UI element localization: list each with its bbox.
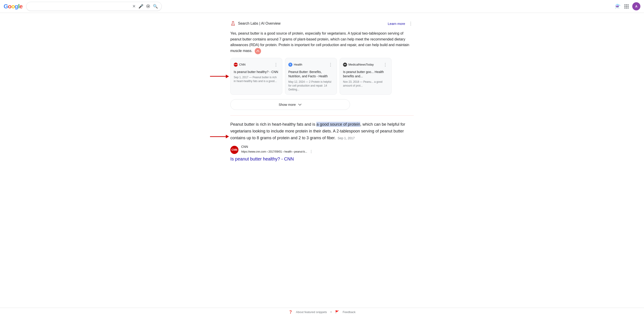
overflow-menu-icon[interactable]: ⋮ <box>408 20 414 27</box>
source-card-header-health: h Health ⋮ <box>288 61 334 68</box>
header: Google is peanut butter a good source of… <box>0 0 644 13</box>
snippet-section: Peanut butter is rich in heart-healthy f… <box>230 121 414 162</box>
mnt-card-snippet: Nov 23, 2018 — Peanu... a good amount of… <box>343 80 388 88</box>
card-menu-icon-mnt[interactable]: ⋮ <box>382 61 388 68</box>
source-result-info: CNN https://www.cnn.com › 2017/09/01 › h… <box>241 145 414 155</box>
cnn-card-title: Is peanut butter healthy? - CNN <box>234 70 279 74</box>
result-menu-icon[interactable]: ⋮ <box>308 149 314 155</box>
source-card-mnt[interactable]: MN MedicalNewsToday ⋮ Is peanut butter g… <box>340 58 392 95</box>
labs-icon[interactable]: ⚗️ <box>615 4 621 9</box>
snippet-date: Sep 1, 2017 <box>338 136 355 140</box>
flask-icon <box>230 21 236 26</box>
health-card-snippet: May 12, 2024 — 2 Protein is helpful for … <box>288 80 334 91</box>
arrow-line-2 <box>210 136 226 137</box>
snippet-highlighted-text: a good source of protein <box>316 122 360 127</box>
snippet-text-before: Peanut butter is rich in heart-healthy f… <box>230 122 316 127</box>
mnt-logo: MN MedicalNewsToday <box>343 63 374 67</box>
cnn-logo: CNN CNN <box>234 63 246 67</box>
mnt-icon: MN <box>343 63 347 67</box>
ai-overview-actions: Learn more ⋮ <box>388 20 414 27</box>
mnt-card-title: Is peanut butter goo... Health benefits … <box>343 70 388 79</box>
learn-more-link[interactable]: Learn more <box>388 22 405 26</box>
source-card-header-mnt: MN MedicalNewsToday ⋮ <box>343 61 388 68</box>
search-icons: ✕ 🎤 ⦿ 🔍 <box>132 4 158 9</box>
card-menu-icon-cnn[interactable]: ⋮ <box>273 61 279 68</box>
source-card-health[interactable]: h Health ⋮ Peanut Butter: Benefits, Nutr… <box>285 58 337 95</box>
search-bar: is peanut butter a good source of protei… <box>26 2 162 11</box>
section-divider <box>230 115 414 116</box>
red-arrow-annotation-2 <box>210 135 229 138</box>
header-right: ⚗️ A <box>615 2 640 11</box>
red-arrow-annotation <box>210 75 229 78</box>
show-more-button[interactable]: Show more <box>230 99 350 110</box>
lens-icon[interactable]: ⦿ <box>146 4 150 9</box>
show-more-label: Show more <box>279 103 296 107</box>
source-cards-row: CNN CNN ⋮ Is peanut butter healthy? - CN… <box>230 58 414 95</box>
source-result-row: CNN CNN https://www.cnn.com › 2017/09/01… <box>230 145 414 155</box>
source-result-url: https://www.cnn.com › 2017/09/01 › healt… <box>241 149 414 155</box>
google-logo[interactable]: Google <box>4 3 22 10</box>
health-name: Health <box>294 63 302 66</box>
ai-overview-section: Search Labs | AI Overview Learn more ⋮ Y… <box>230 20 414 116</box>
card-menu-icon-health[interactable]: ⋮ <box>328 61 334 68</box>
collapse-button[interactable] <box>255 48 261 54</box>
chevron-down-icon <box>298 103 302 107</box>
cnn-name: CNN <box>239 63 246 66</box>
labs-title-text: Search Labs | AI Overview <box>238 22 280 26</box>
source-cards-wrapper: CNN CNN ⋮ Is peanut butter healthy? - CN… <box>230 58 414 95</box>
mnt-name: MedicalNewsToday <box>348 63 374 66</box>
health-card-title: Peanut Butter: Benefits, Nutrition, and … <box>288 70 334 79</box>
snippet-body: Peanut butter is rich in heart-healthy f… <box>230 121 414 141</box>
source-result-name: CNN <box>241 145 414 149</box>
search-input[interactable]: is peanut butter a good source of protei… <box>30 4 130 8</box>
health-logo: h Health <box>288 63 302 67</box>
arrow-head-2 <box>226 135 229 138</box>
cnn-icon: CNN <box>234 63 238 67</box>
search-icon[interactable]: 🔍 <box>153 4 158 9</box>
ai-overview-title: Search Labs | AI Overview <box>230 21 280 26</box>
user-avatar[interactable]: A <box>632 2 640 11</box>
svg-point-0 <box>232 24 232 25</box>
health-icon: h <box>288 63 292 67</box>
arrow-head <box>226 75 229 78</box>
source-card-header-cnn: CNN CNN ⋮ <box>234 61 279 68</box>
cnn-result-icon: CNN <box>230 146 238 154</box>
ai-overview-header: Search Labs | AI Overview Learn more ⋮ <box>230 20 414 27</box>
cnn-card-snippet: Sep 1, 2017 — Peanut butter is rich in h… <box>234 76 279 83</box>
svg-point-1 <box>233 25 234 25</box>
ai-overview-body: Yes, peanut butter is a good source of p… <box>230 31 414 54</box>
main-content: Search Labs | AI Overview Learn more ⋮ Y… <box>225 13 419 165</box>
clear-icon[interactable]: ✕ <box>132 4 136 9</box>
source-url-text: https://www.cnn.com › 2017/09/01 › healt… <box>241 150 307 153</box>
result-title-link[interactable]: Is peanut butter healthy? - CNN <box>230 156 414 162</box>
mic-icon[interactable]: 🎤 <box>138 4 144 9</box>
source-card-cnn[interactable]: CNN CNN ⋮ Is peanut butter healthy? - CN… <box>230 58 282 95</box>
apps-grid-icon[interactable] <box>624 4 629 9</box>
arrow-line <box>210 76 226 77</box>
